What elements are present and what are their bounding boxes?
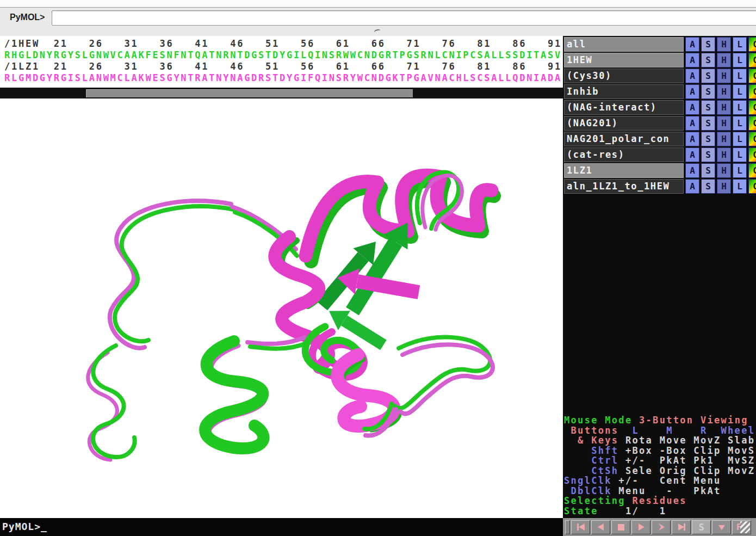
show-menu-button[interactable]: S xyxy=(701,147,715,162)
hide-menu-button[interactable]: H xyxy=(717,147,731,162)
sequence-scrollbar[interactable] xyxy=(0,88,563,98)
show-menu-button[interactable]: S xyxy=(701,84,715,99)
action-menu-button[interactable]: A xyxy=(685,69,699,83)
color-menu-button[interactable]: C xyxy=(748,132,756,146)
color-menu-button[interactable]: C xyxy=(748,163,756,178)
skip-start-button[interactable] xyxy=(571,520,590,534)
s-label-button[interactable]: S xyxy=(692,520,711,534)
hide-menu-button[interactable]: H xyxy=(717,37,731,52)
hide-menu-button[interactable]: H xyxy=(717,100,731,115)
status-bar: PyMOL>_ xyxy=(0,518,563,536)
object-row[interactable]: allASHLC xyxy=(564,37,755,52)
action-menu-button[interactable]: A xyxy=(685,132,699,146)
step-back-button[interactable] xyxy=(591,520,610,534)
color-menu-button[interactable]: C xyxy=(748,37,756,52)
label-menu-button[interactable]: L xyxy=(733,179,747,194)
window-top-strip xyxy=(0,0,756,8)
skip-end-button[interactable] xyxy=(672,520,691,534)
object-label[interactable]: NAG201_polar_con xyxy=(564,132,684,146)
sash-grip-icon[interactable] xyxy=(374,29,381,35)
object-label[interactable]: 1LZ1 xyxy=(564,163,684,178)
object-label[interactable]: (cat-res) xyxy=(564,147,684,162)
mouse-mode-line: Shft +Box -Box Clip MovS xyxy=(564,446,755,456)
show-menu-button[interactable]: S xyxy=(701,132,715,146)
sequence-1hew[interactable]: RHGLDNYRGYSLGNWVCAAKFESNFNTQATNRNTDGSTDY… xyxy=(4,50,562,60)
object-row[interactable]: InhibASHLC xyxy=(564,84,755,99)
action-menu-button[interactable]: A xyxy=(685,100,699,115)
label-menu-button[interactable]: L xyxy=(733,147,747,162)
hide-menu-button[interactable]: H xyxy=(717,179,731,194)
command-input[interactable] xyxy=(52,10,756,26)
action-menu-button[interactable]: A xyxy=(685,116,699,131)
sequence-scrollbar-thumb[interactable] xyxy=(86,89,413,97)
object-list: allASHLC1HEWASHLC(Cys30)ASHLCInhibASHLC(… xyxy=(564,37,755,195)
object-label[interactable]: Inhib xyxy=(564,84,684,99)
color-menu-button[interactable]: C xyxy=(748,147,756,162)
action-menu-button[interactable]: A xyxy=(685,179,699,194)
label-menu-button[interactable]: L xyxy=(733,53,747,67)
label-menu-button[interactable]: L xyxy=(733,69,747,83)
object-label[interactable]: (NAG-interact) xyxy=(564,100,684,115)
hide-menu-button[interactable]: H xyxy=(717,69,731,83)
hide-menu-button[interactable]: H xyxy=(717,132,731,146)
mouse-mode-line: Mouse Mode 3-Button Viewing xyxy=(564,415,755,426)
color-menu-button[interactable]: C xyxy=(748,100,756,115)
color-menu-button[interactable]: C xyxy=(748,116,756,131)
object-row[interactable]: (NAG201)ASHLC xyxy=(564,116,755,131)
object-row[interactable]: (NAG-interact)ASHLC xyxy=(564,100,755,115)
grip-button[interactable]: F xyxy=(732,520,751,534)
action-menu-button[interactable]: A xyxy=(685,163,699,178)
label-menu-button[interactable]: L xyxy=(733,163,747,178)
action-menu-button[interactable]: A xyxy=(685,37,699,52)
color-menu-button[interactable]: C xyxy=(748,179,756,194)
mouse-mode-line: Buttons L M R Wheel xyxy=(564,426,755,436)
play-button[interactable] xyxy=(631,520,650,534)
action-menu-button[interactable]: A xyxy=(685,147,699,162)
label-menu-button[interactable]: L xyxy=(733,37,747,52)
object-label[interactable]: (Cys30) xyxy=(564,69,684,83)
color-menu-button[interactable]: C xyxy=(748,69,756,83)
object-label[interactable]: all xyxy=(564,37,684,52)
object-row[interactable]: 1HEWASHLC xyxy=(564,53,755,67)
object-row[interactable]: 1LZ1ASHLC xyxy=(564,163,755,178)
show-menu-button[interactable]: S xyxy=(701,163,715,178)
stop-icon xyxy=(616,522,627,532)
label-menu-button[interactable]: L xyxy=(733,132,747,146)
label-menu-button[interactable]: L xyxy=(733,116,747,131)
down-button[interactable] xyxy=(712,520,731,534)
show-menu-button[interactable]: S xyxy=(701,100,715,115)
show-menu-button[interactable]: S xyxy=(701,37,715,52)
hide-menu-button[interactable]: H xyxy=(717,116,731,131)
label-menu-button[interactable]: L xyxy=(733,84,747,99)
hide-menu-button[interactable]: H xyxy=(717,53,731,67)
object-label[interactable]: aln_1LZ1_to_1HEW xyxy=(564,179,684,194)
object-row[interactable]: aln_1LZ1_to_1HEWASHLC xyxy=(564,179,755,194)
step-forward-button[interactable] xyxy=(652,520,671,534)
show-menu-button[interactable]: S xyxy=(701,179,715,194)
viewport-3d[interactable] xyxy=(0,99,563,518)
object-row[interactable]: NAG201_polar_conASHLC xyxy=(564,132,755,146)
object-label[interactable]: (NAG201) xyxy=(564,116,684,131)
object-label[interactable]: 1HEW xyxy=(564,53,684,67)
mouse-mode-line: Ctrl +/- PkAt Pk1 MvSZ xyxy=(564,455,755,466)
label-menu-button[interactable]: L xyxy=(733,100,747,115)
playback-controls: SF xyxy=(563,518,756,536)
mouse-mode-line: Selecting Residues xyxy=(564,496,755,506)
action-menu-button[interactable]: A xyxy=(685,84,699,99)
sequence-1lz1[interactable]: RLGMDGYRGISLANWMCLAKWESGYNTRATNYNAGDRSTD… xyxy=(4,72,562,83)
color-menu-button[interactable]: C xyxy=(748,84,756,99)
hide-menu-button[interactable]: H xyxy=(717,84,731,99)
controls-notch xyxy=(565,520,570,534)
show-menu-button[interactable]: S xyxy=(701,116,715,131)
step-back-icon xyxy=(596,522,606,532)
show-menu-button[interactable]: S xyxy=(701,69,715,83)
object-row[interactable]: (Cys30)ASHLC xyxy=(564,69,755,83)
status-prompt[interactable]: PyMOL>_ xyxy=(2,521,47,532)
action-menu-button[interactable]: A xyxy=(685,53,699,67)
stop-button[interactable] xyxy=(611,520,630,534)
resize-grip-icon xyxy=(740,521,750,533)
color-menu-button[interactable]: C xyxy=(748,53,756,67)
hide-menu-button[interactable]: H xyxy=(717,163,731,178)
show-menu-button[interactable]: S xyxy=(701,53,715,67)
object-row[interactable]: (cat-res)ASHLC xyxy=(564,147,755,162)
